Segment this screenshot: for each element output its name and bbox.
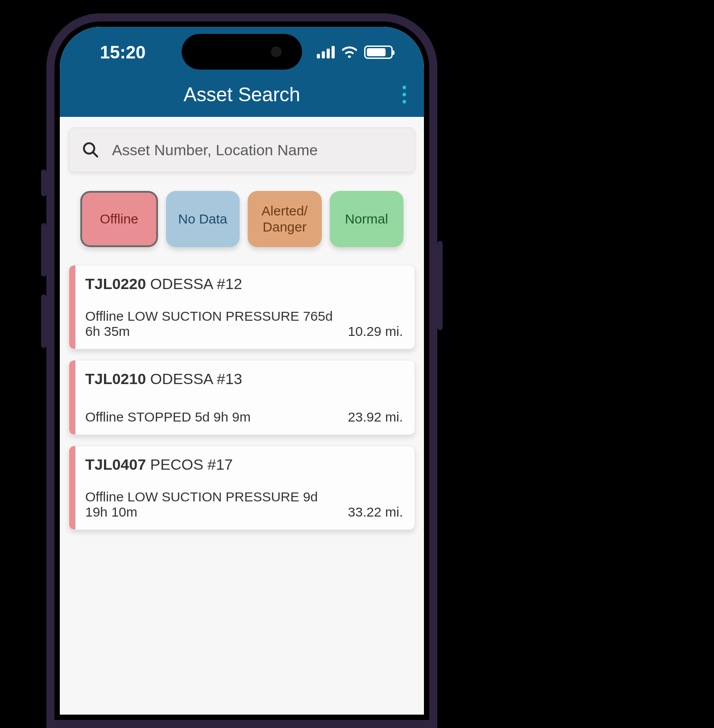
asset-location: ODESSA #12 bbox=[150, 275, 242, 292]
status-bar: 15:20 bbox=[60, 32, 424, 72]
card-body: TJL0210 ODESSA #13 Offline STOPPED 5d 9h… bbox=[75, 360, 415, 434]
asset-distance: 23.92 mi. bbox=[348, 410, 403, 425]
search-box[interactable] bbox=[69, 128, 415, 172]
side-button-power bbox=[437, 241, 443, 330]
filter-chip-nodata[interactable]: No Data bbox=[166, 191, 240, 247]
svg-line-1 bbox=[93, 153, 97, 157]
search-input[interactable] bbox=[112, 141, 402, 159]
page-title: Asset Search bbox=[183, 83, 300, 106]
asset-id: TJL0210 bbox=[85, 370, 146, 387]
filter-chip-alerted[interactable]: Alerted/ Danger bbox=[248, 191, 322, 247]
filter-label: Alerted/ Danger bbox=[262, 203, 307, 235]
status-stripe-offline bbox=[69, 265, 75, 349]
cellular-signal-icon bbox=[317, 46, 335, 58]
side-button-volume-up bbox=[41, 223, 46, 277]
side-button-silent bbox=[41, 170, 46, 196]
status-stripe-offline bbox=[69, 446, 75, 529]
card-title: TJL0210 ODESSA #13 bbox=[85, 370, 403, 388]
filter-label: Normal bbox=[345, 211, 388, 227]
screen: 15:20 bbox=[60, 27, 424, 715]
asset-location: PECOS #17 bbox=[150, 456, 233, 473]
search-icon bbox=[82, 141, 100, 159]
asset-location: ODESSA #13 bbox=[150, 370, 242, 387]
filter-row: Offline No Data Alerted/ Danger Normal bbox=[69, 191, 415, 247]
side-button-volume-down bbox=[41, 294, 46, 348]
more-menu-button[interactable] bbox=[398, 81, 411, 108]
content-area: Offline No Data Alerted/ Danger Normal bbox=[60, 117, 424, 715]
app-bar: Asset Search bbox=[60, 72, 424, 117]
phone-frame: 15:20 bbox=[46, 13, 437, 728]
phone-inner: 15:20 bbox=[54, 21, 429, 720]
asset-status: Offline LOW SUCTION PRESSURE 9d 19h 10m bbox=[85, 489, 348, 520]
asset-status: Offline STOPPED 5d 9h 9m bbox=[85, 410, 348, 425]
app-header: 15:20 bbox=[60, 27, 424, 117]
card-title: TJL0220 ODESSA #12 bbox=[85, 275, 403, 293]
status-icons bbox=[317, 46, 393, 59]
filter-label: No Data bbox=[178, 211, 227, 227]
filter-chip-normal[interactable]: Normal bbox=[330, 191, 404, 247]
status-stripe-offline bbox=[69, 360, 75, 434]
asset-card[interactable]: TJL0407 PECOS #17 Offline LOW SUCTION PR… bbox=[69, 446, 415, 530]
asset-distance: 33.22 mi. bbox=[348, 505, 403, 520]
asset-id: TJL0220 bbox=[85, 275, 146, 292]
wifi-icon bbox=[342, 46, 357, 58]
asset-status: Offline LOW SUCTION PRESSURE 765d 6h 35m bbox=[85, 309, 348, 339]
results-list: TJL0220 ODESSA #12 Offline LOW SUCTION P… bbox=[69, 265, 415, 530]
status-time: 15:20 bbox=[100, 42, 145, 62]
card-bottom: Offline LOW SUCTION PRESSURE 765d 6h 35m… bbox=[85, 309, 403, 339]
asset-id: TJL0407 bbox=[85, 456, 146, 473]
card-bottom: Offline STOPPED 5d 9h 9m 23.92 mi. bbox=[85, 410, 403, 425]
filter-label: Offline bbox=[100, 211, 138, 227]
asset-card[interactable]: TJL0210 ODESSA #13 Offline STOPPED 5d 9h… bbox=[69, 360, 415, 435]
card-title: TJL0407 PECOS #17 bbox=[85, 456, 403, 473]
card-body: TJL0220 ODESSA #12 Offline LOW SUCTION P… bbox=[75, 265, 415, 349]
card-bottom: Offline LOW SUCTION PRESSURE 9d 19h 10m … bbox=[85, 489, 403, 520]
battery-icon bbox=[364, 46, 393, 59]
asset-distance: 10.29 mi. bbox=[348, 324, 403, 339]
asset-card[interactable]: TJL0220 ODESSA #12 Offline LOW SUCTION P… bbox=[69, 265, 415, 349]
filter-chip-offline[interactable]: Offline bbox=[80, 191, 158, 247]
dynamic-island bbox=[182, 34, 302, 70]
card-body: TJL0407 PECOS #17 Offline LOW SUCTION PR… bbox=[75, 446, 415, 529]
